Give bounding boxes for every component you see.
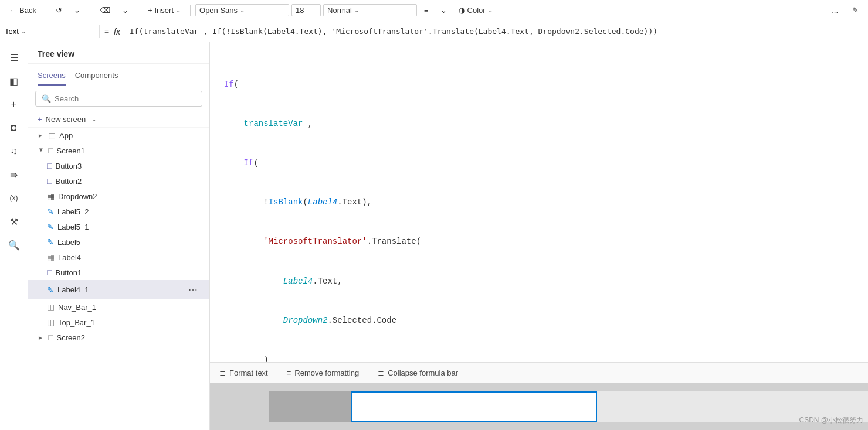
dropdown2-icon: ▦ (47, 192, 55, 201)
separator-1 (46, 5, 46, 16)
tree-item-button1[interactable]: □ Button1 (28, 265, 209, 280)
search-input[interactable] (55, 94, 196, 103)
label5-icon: ✎ (47, 237, 54, 247)
code-line-4: !IsBlank(Label4.Text), (224, 196, 854, 209)
canvas-area (210, 383, 868, 430)
selector-label: Text (5, 27, 19, 36)
variable-icon-btn[interactable]: (x) (4, 187, 25, 209)
code-line-2: translateVar , (224, 117, 854, 130)
watermark: CSDN @小松很努力 (799, 415, 863, 425)
code-line-3: If( (224, 156, 854, 169)
components-icon: ⚒ (10, 216, 18, 227)
pen-button[interactable]: ✎ (847, 4, 863, 17)
undo-button[interactable]: ↺ (51, 4, 67, 17)
remove-formatting-button[interactable]: ≡ Remove formatting (277, 365, 368, 381)
formula-bottom-bar: ≣ Format text ≡ Remove formatting ≣ Coll… (210, 362, 868, 383)
tree-item-label5-1[interactable]: ✎ Label5_1 (28, 219, 209, 234)
new-screen-chevron: ⌄ (91, 116, 96, 122)
tree-item-label5[interactable]: ✎ Label5 (28, 234, 209, 250)
label5-2-icon: ✎ (47, 207, 54, 216)
label5-1-icon: ✎ (47, 222, 54, 231)
tree-item-screen2[interactable]: ► □ Screen2 (28, 330, 209, 345)
topbar1-icon: ◫ (47, 318, 55, 327)
editor-area: If( translateVar , If( !IsBlank(Label4.T… (210, 42, 868, 430)
tree-panel: Tree view Screens Components 🔍 + New scr… (28, 42, 210, 430)
new-screen-button[interactable]: + New screen ⌄ (28, 111, 209, 128)
code-line-7: Dropdown2.Selected.Code (224, 314, 854, 327)
tree-item-screen1[interactable]: ► □ Screen1 (28, 143, 209, 158)
search-bar: 🔍 (35, 91, 202, 107)
insert-chevron: ⌄ (176, 7, 181, 13)
color-icon: ◑ (459, 6, 465, 15)
more-options-icon[interactable]: ⋯ (186, 283, 200, 296)
tree-item-topbar1[interactable]: ◫ Top_Bar_1 (28, 315, 209, 330)
color-button[interactable]: ◑ Color ⌄ (454, 4, 497, 17)
add-icon-btn[interactable]: + (4, 94, 25, 115)
components-icon-btn[interactable]: ⚒ (4, 211, 25, 232)
format-text-button[interactable]: ≣ Format text (210, 365, 277, 381)
back-arrow-icon: ← (9, 6, 17, 15)
tree-item-navbar1[interactable]: ◫ Nav_Bar_1 (28, 299, 209, 315)
selector-chevron: ⌄ (21, 28, 26, 35)
label4-1-label: Label4_1 (57, 285, 89, 294)
text-style-chevron: ⌄ (354, 7, 359, 13)
layers-icon-btn[interactable]: ◧ (4, 70, 25, 91)
search-icon: 🔍 (42, 94, 51, 103)
formula-bar: Text ⌄ = fx (0, 21, 868, 42)
hamburger-icon: ☰ (10, 52, 18, 63)
tree-item-label4-1[interactable]: ✎ Label4_1 ⋯ (28, 280, 209, 299)
collapse-label: Collapse formula bar (388, 368, 458, 377)
tree-content: ► ◫ App ► □ Screen1 □ Button3 □ Button2 (28, 128, 209, 430)
flow-icon-btn[interactable]: ⇛ (4, 164, 25, 185)
tree-item-button3[interactable]: □ Button3 (28, 158, 209, 173)
kw-dropdown2: Dropdown2 (283, 314, 328, 327)
tree-item-label4[interactable]: ▦ Label4 (28, 250, 209, 265)
kw-label4-text: Label4 (283, 275, 313, 288)
formula-input[interactable] (125, 25, 868, 38)
screen2-icon: □ (48, 333, 53, 342)
code-line-1: If( (224, 78, 854, 91)
align-button[interactable]: ≡ (419, 4, 433, 17)
font-size-dropdown[interactable]: 18 (291, 4, 321, 16)
code-editor[interactable]: If( translateVar , If( !IsBlank(Label4.T… (210, 42, 868, 362)
separator-4 (190, 5, 191, 16)
tree-view-title: Tree view (28, 42, 209, 64)
tab-components[interactable]: Components (75, 69, 118, 86)
app-icon: ◫ (48, 131, 56, 140)
collapse-formula-bar-button[interactable]: ≣ Collapse formula bar (368, 365, 467, 381)
database-icon-btn[interactable]: ◘ (4, 117, 25, 138)
tree-tabs: Screens Components (28, 64, 209, 86)
more-button[interactable]: ... (827, 4, 843, 17)
screen1-icon: □ (48, 146, 53, 155)
insert-button[interactable]: + Insert ⌄ (143, 4, 185, 17)
tree-item-button2[interactable]: □ Button2 (28, 173, 209, 189)
label4-1-icon: ✎ (47, 285, 54, 295)
hamburger-icon-btn[interactable]: ☰ (4, 47, 25, 68)
format-text-label: Format text (229, 368, 268, 377)
search-icon-btn[interactable]: 🔍 (4, 234, 25, 255)
tree-item-dropdown2[interactable]: ▦ Dropdown2 (28, 189, 209, 204)
kw-translator-string: 'MicrosoftTranslator' (263, 235, 367, 248)
tab-screens[interactable]: Screens (38, 69, 66, 86)
separator-2 (90, 5, 90, 16)
canvas-block-gray (269, 391, 351, 422)
new-screen-label: New screen (46, 115, 86, 124)
back-button[interactable]: ← Back (5, 4, 41, 17)
align-dropdown[interactable]: ⌄ (436, 4, 452, 17)
app-label: App (59, 131, 73, 140)
copy-dropdown[interactable]: ⌄ (117, 4, 133, 17)
tree-item-app[interactable]: ► ◫ App (28, 128, 209, 143)
kw-label4-ref: Label4 (308, 196, 337, 209)
formula-selector[interactable]: Text ⌄ (0, 25, 100, 38)
kw-if-1: If (224, 78, 234, 91)
tree-item-label5-2[interactable]: ✎ Label5_2 (28, 204, 209, 219)
color-chevron: ⌄ (488, 7, 493, 13)
canvas-preview (210, 383, 868, 430)
font-dropdown[interactable]: Open Sans ⌄ (195, 4, 289, 16)
text-style-dropdown[interactable]: Normal ⌄ (323, 4, 417, 16)
undo-dropdown[interactable]: ⌄ (69, 4, 85, 17)
copy-button[interactable]: ⌫ (95, 4, 115, 17)
variable-icon: (x) (10, 194, 18, 202)
plus-icon: + (148, 6, 152, 15)
media-icon-btn[interactable]: ♫ (4, 141, 25, 162)
